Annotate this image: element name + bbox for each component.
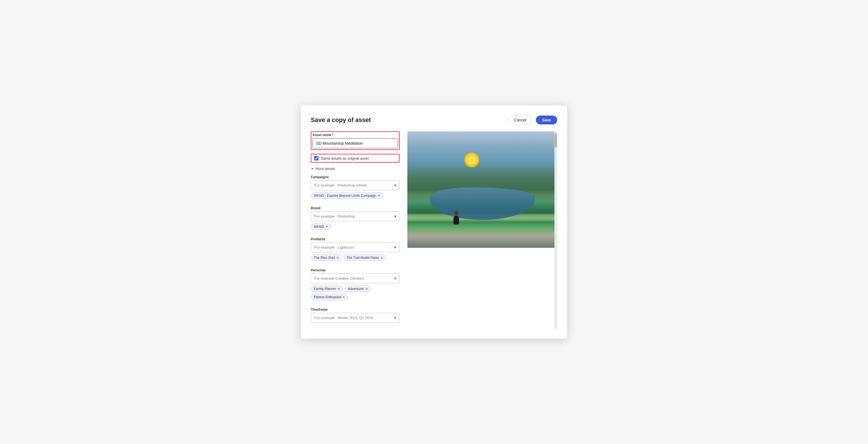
asset-name-wrapper: Asset name * — [311, 131, 400, 150]
timeframe-dropdown-wrapper: For example - Winter 2023, Q1 2024 ▼ — [311, 313, 400, 322]
same-details-wrapper: Same details as original asset — [311, 154, 400, 163]
products-dropdown[interactable]: For example - Lightroom — [311, 242, 400, 252]
figure-legs — [454, 222, 459, 225]
same-details-checkbox[interactable] — [314, 156, 318, 161]
products-label: Products — [311, 237, 400, 241]
same-details-label: Same details as original asset — [321, 156, 369, 161]
scrollbar-thumb[interactable] — [555, 134, 557, 147]
remove-fitness-enthusiast-tag-button[interactable]: ✕ — [342, 296, 345, 299]
list-item: The Trail Model Pants ✕ — [344, 254, 386, 261]
timeframe-label: Timeframe — [311, 308, 400, 311]
scrollbar[interactable] — [554, 131, 557, 329]
remove-brand-tag-button[interactable]: ✕ — [326, 225, 328, 228]
modal-title: Save a copy of asset — [311, 116, 371, 124]
figure-head — [454, 211, 458, 215]
list-item: WKND - Explore Beyond Limits Campaign ✕ — [311, 192, 383, 199]
products-dropdown-wrapper: For example - Lightroom ▼ — [311, 242, 400, 252]
sun-element — [464, 152, 479, 167]
brand-dropdown[interactable]: For example - Photoshop — [311, 211, 400, 221]
remove-campaign-tag-button[interactable]: ✕ — [378, 194, 380, 197]
campaigns-tags: WKND - Explore Beyond Limits Campaign ✕ — [311, 192, 400, 199]
save-copy-modal: Save a copy of asset Cancel Save Asset n… — [301, 105, 567, 339]
timeframe-dropdown[interactable]: For example - Winter 2023, Q1 2024 — [311, 313, 400, 322]
tag-label: The Rios Shirt — [314, 256, 335, 260]
brand-tags: WKND ✕ — [311, 224, 400, 230]
save-button[interactable]: Save — [536, 115, 557, 125]
chevron-down-icon: ▼ — [311, 167, 314, 170]
brand-dropdown-wrapper: For example - Photoshop ▼ — [311, 211, 400, 221]
campaigns-label: Campaigns — [311, 175, 400, 179]
tag-label: The Trail Model Pants — [347, 256, 379, 260]
products-tags: The Rios Shirt ✕ The Trail Model Pants ✕ — [311, 254, 400, 261]
list-item: The Rios Shirt ✕ — [311, 254, 342, 261]
remove-trail-pants-tag-button[interactable]: ✕ — [380, 257, 383, 260]
left-panel: Asset name * Same details as original as… — [311, 131, 400, 329]
products-field: Products For example - Lightroom ▼ The R… — [311, 237, 400, 264]
personas-field: Personas For example Creative Climbers ▼… — [311, 268, 400, 304]
header-actions: Cancel Save — [508, 115, 557, 125]
figure-body — [454, 216, 459, 222]
list-item: Adventurer ✕ — [345, 285, 371, 292]
personas-tags: Family Planner ✕ Adventurer ✕ Fitness En… — [311, 285, 400, 301]
figure-element — [452, 211, 460, 222]
tag-label: WKND - Explore Beyond Limits Campaign — [314, 194, 376, 198]
remove-adventurer-tag-button[interactable]: ✕ — [366, 287, 368, 291]
asset-image — [407, 131, 557, 248]
list-item: Fitness Enthusiast ✕ — [311, 294, 348, 301]
more-details-label: More details — [315, 167, 335, 171]
list-item: WKND ✕ — [311, 224, 331, 230]
tag-label: Fitness Enthusiast — [314, 295, 341, 299]
brand-field: Brand For example - Photoshop ▼ WKND ✕ — [311, 206, 400, 233]
asset-name-input[interactable] — [312, 138, 398, 148]
tag-label: Family Planner — [314, 287, 336, 291]
tag-label: Adventurer — [348, 287, 364, 291]
remove-rios-shirt-tag-button[interactable]: ✕ — [336, 257, 339, 260]
more-details-toggle[interactable]: ▼ More details — [311, 167, 400, 171]
modal-header: Save a copy of asset Cancel Save — [311, 115, 557, 125]
personas-label: Personas — [311, 268, 400, 272]
campaigns-dropdown[interactable]: For example - Photoshop refresh — [311, 180, 400, 190]
water-element — [430, 187, 535, 220]
asset-image-panel — [407, 131, 557, 329]
campaigns-field: Campaigns For example - Photoshop refres… — [311, 175, 400, 202]
tag-label: WKND — [314, 225, 324, 229]
personas-dropdown[interactable]: For example Creative Climbers — [311, 274, 400, 283]
campaigns-dropdown-wrapper: For example - Photoshop refresh ▼ — [311, 180, 400, 190]
asset-name-label: Asset name * — [312, 133, 398, 137]
personas-dropdown-wrapper: For example Creative Climbers ▼ — [311, 274, 400, 283]
cancel-button[interactable]: Cancel — [508, 115, 533, 125]
timeframe-field: Timeframe For example - Winter 2023, Q1 … — [311, 308, 400, 325]
remove-family-planner-tag-button[interactable]: ✕ — [337, 287, 340, 291]
list-item: Family Planner ✕ — [311, 285, 343, 292]
brand-label: Brand — [311, 206, 400, 210]
modal-body: Asset name * Same details as original as… — [311, 131, 557, 329]
